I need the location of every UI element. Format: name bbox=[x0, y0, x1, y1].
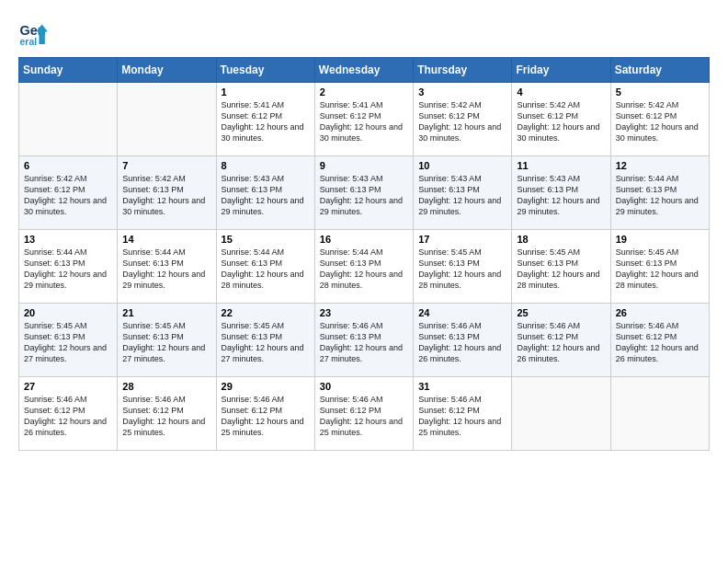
day-number: 8 bbox=[222, 160, 310, 171]
day-number: 1 bbox=[222, 86, 310, 98]
calendar-cell: 6Sunrise: 5:42 AM Sunset: 6:12 PM Daylig… bbox=[19, 156, 118, 230]
day-number: 14 bbox=[122, 234, 210, 245]
calendar-cell: 17Sunrise: 5:45 AM Sunset: 6:13 PM Dayli… bbox=[414, 230, 512, 304]
day-number: 2 bbox=[320, 86, 408, 98]
calendar-cell: 31Sunrise: 5:46 AM Sunset: 6:12 PM Dayli… bbox=[414, 377, 512, 451]
calendar-cell: 1Sunrise: 5:41 AM Sunset: 6:12 PM Daylig… bbox=[216, 83, 314, 156]
calendar-week-row: 6Sunrise: 5:42 AM Sunset: 6:12 PM Daylig… bbox=[19, 156, 710, 230]
day-info: Sunrise: 5:41 AM Sunset: 6:12 PM Dayligh… bbox=[222, 99, 310, 144]
day-info: Sunrise: 5:44 AM Sunset: 6:13 PM Dayligh… bbox=[24, 247, 112, 292]
day-number: 7 bbox=[122, 160, 210, 171]
calendar-cell: 9Sunrise: 5:43 AM Sunset: 6:13 PM Daylig… bbox=[314, 156, 413, 230]
calendar-cell bbox=[118, 83, 216, 156]
calendar-cell: 3Sunrise: 5:42 AM Sunset: 6:12 PM Daylig… bbox=[414, 83, 512, 156]
day-number: 6 bbox=[24, 160, 112, 171]
calendar-cell: 27Sunrise: 5:46 AM Sunset: 6:12 PM Dayli… bbox=[19, 377, 118, 451]
day-info: Sunrise: 5:46 AM Sunset: 6:12 PM Dayligh… bbox=[517, 320, 605, 365]
day-number: 20 bbox=[24, 307, 112, 318]
calendar-cell: 25Sunrise: 5:46 AM Sunset: 6:12 PM Dayli… bbox=[512, 304, 610, 377]
day-info: Sunrise: 5:43 AM Sunset: 6:13 PM Dayligh… bbox=[418, 173, 506, 218]
day-number: 29 bbox=[222, 381, 310, 392]
day-info: Sunrise: 5:44 AM Sunset: 6:13 PM Dayligh… bbox=[320, 247, 408, 292]
day-info: Sunrise: 5:42 AM Sunset: 6:12 PM Dayligh… bbox=[24, 173, 112, 218]
calendar-cell: 29Sunrise: 5:46 AM Sunset: 6:12 PM Dayli… bbox=[216, 377, 314, 451]
logo-icon: Gen eral bbox=[18, 18, 48, 48]
day-info: Sunrise: 5:42 AM Sunset: 6:12 PM Dayligh… bbox=[517, 99, 605, 144]
weekday-header-monday: Monday bbox=[118, 58, 216, 83]
day-info: Sunrise: 5:44 AM Sunset: 6:13 PM Dayligh… bbox=[222, 247, 310, 292]
logo: Gen eral bbox=[18, 18, 51, 48]
day-info: Sunrise: 5:43 AM Sunset: 6:13 PM Dayligh… bbox=[222, 173, 310, 218]
calendar-cell: 12Sunrise: 5:44 AM Sunset: 6:13 PM Dayli… bbox=[610, 156, 709, 230]
calendar-cell: 20Sunrise: 5:45 AM Sunset: 6:13 PM Dayli… bbox=[19, 304, 118, 377]
calendar-cell: 2Sunrise: 5:41 AM Sunset: 6:12 PM Daylig… bbox=[314, 83, 413, 156]
calendar-cell bbox=[610, 377, 709, 451]
svg-text:eral: eral bbox=[20, 37, 38, 47]
page-header: Gen eral bbox=[18, 18, 710, 48]
calendar-cell: 11Sunrise: 5:43 AM Sunset: 6:13 PM Dayli… bbox=[512, 156, 610, 230]
day-info: Sunrise: 5:41 AM Sunset: 6:12 PM Dayligh… bbox=[320, 99, 408, 144]
day-info: Sunrise: 5:46 AM Sunset: 6:12 PM Dayligh… bbox=[616, 320, 704, 365]
calendar-cell: 24Sunrise: 5:46 AM Sunset: 6:13 PM Dayli… bbox=[414, 304, 512, 377]
calendar-table: SundayMondayTuesdayWednesdayThursdayFrid… bbox=[18, 57, 710, 451]
calendar-cell: 26Sunrise: 5:46 AM Sunset: 6:12 PM Dayli… bbox=[610, 304, 709, 377]
day-number: 25 bbox=[517, 307, 605, 318]
day-number: 17 bbox=[418, 234, 506, 245]
day-info: Sunrise: 5:42 AM Sunset: 6:13 PM Dayligh… bbox=[122, 173, 210, 218]
calendar-cell: 21Sunrise: 5:45 AM Sunset: 6:13 PM Dayli… bbox=[118, 304, 216, 377]
weekday-header-friday: Friday bbox=[512, 58, 610, 83]
day-info: Sunrise: 5:45 AM Sunset: 6:13 PM Dayligh… bbox=[616, 247, 704, 292]
weekday-header-wednesday: Wednesday bbox=[314, 58, 413, 83]
day-number: 22 bbox=[222, 307, 310, 318]
day-number: 5 bbox=[616, 86, 704, 98]
day-info: Sunrise: 5:44 AM Sunset: 6:13 PM Dayligh… bbox=[616, 173, 704, 218]
day-number: 10 bbox=[418, 160, 506, 171]
weekday-header-sunday: Sunday bbox=[19, 58, 118, 83]
calendar-cell: 13Sunrise: 5:44 AM Sunset: 6:13 PM Dayli… bbox=[19, 230, 118, 304]
day-number: 18 bbox=[517, 234, 605, 245]
day-number: 11 bbox=[517, 160, 605, 171]
weekday-header-thursday: Thursday bbox=[414, 58, 512, 83]
day-info: Sunrise: 5:45 AM Sunset: 6:13 PM Dayligh… bbox=[222, 320, 310, 365]
calendar-cell: 23Sunrise: 5:46 AM Sunset: 6:13 PM Dayli… bbox=[314, 304, 413, 377]
calendar-cell: 28Sunrise: 5:46 AM Sunset: 6:12 PM Dayli… bbox=[118, 377, 216, 451]
calendar-cell: 10Sunrise: 5:43 AM Sunset: 6:13 PM Dayli… bbox=[414, 156, 512, 230]
calendar-week-row: 13Sunrise: 5:44 AM Sunset: 6:13 PM Dayli… bbox=[19, 230, 710, 304]
weekday-header-saturday: Saturday bbox=[610, 58, 709, 83]
day-number: 9 bbox=[320, 160, 408, 171]
day-number: 12 bbox=[616, 160, 704, 171]
day-number: 19 bbox=[616, 234, 704, 245]
day-info: Sunrise: 5:43 AM Sunset: 6:13 PM Dayligh… bbox=[517, 173, 605, 218]
calendar-week-row: 20Sunrise: 5:45 AM Sunset: 6:13 PM Dayli… bbox=[19, 304, 710, 377]
calendar-cell: 15Sunrise: 5:44 AM Sunset: 6:13 PM Dayli… bbox=[216, 230, 314, 304]
day-info: Sunrise: 5:42 AM Sunset: 6:12 PM Dayligh… bbox=[418, 99, 506, 144]
calendar-cell: 5Sunrise: 5:42 AM Sunset: 6:12 PM Daylig… bbox=[610, 83, 709, 156]
day-info: Sunrise: 5:45 AM Sunset: 6:13 PM Dayligh… bbox=[24, 320, 112, 365]
day-number: 23 bbox=[320, 307, 408, 318]
calendar-cell bbox=[19, 83, 118, 156]
calendar-week-row: 1Sunrise: 5:41 AM Sunset: 6:12 PM Daylig… bbox=[19, 83, 710, 156]
day-number: 15 bbox=[222, 234, 310, 245]
day-number: 24 bbox=[418, 307, 506, 318]
day-number: 31 bbox=[418, 381, 506, 392]
calendar-cell: 14Sunrise: 5:44 AM Sunset: 6:13 PM Dayli… bbox=[118, 230, 216, 304]
day-info: Sunrise: 5:46 AM Sunset: 6:12 PM Dayligh… bbox=[24, 394, 112, 439]
calendar-cell: 22Sunrise: 5:45 AM Sunset: 6:13 PM Dayli… bbox=[216, 304, 314, 377]
day-info: Sunrise: 5:46 AM Sunset: 6:13 PM Dayligh… bbox=[418, 320, 506, 365]
calendar-week-row: 27Sunrise: 5:46 AM Sunset: 6:12 PM Dayli… bbox=[19, 377, 710, 451]
calendar-cell bbox=[512, 377, 610, 451]
day-info: Sunrise: 5:46 AM Sunset: 6:12 PM Dayligh… bbox=[418, 394, 506, 439]
calendar-cell: 19Sunrise: 5:45 AM Sunset: 6:13 PM Dayli… bbox=[610, 230, 709, 304]
calendar-cell: 7Sunrise: 5:42 AM Sunset: 6:13 PM Daylig… bbox=[118, 156, 216, 230]
day-info: Sunrise: 5:46 AM Sunset: 6:12 PM Dayligh… bbox=[122, 394, 210, 439]
calendar-cell: 4Sunrise: 5:42 AM Sunset: 6:12 PM Daylig… bbox=[512, 83, 610, 156]
calendar-cell: 18Sunrise: 5:45 AM Sunset: 6:13 PM Dayli… bbox=[512, 230, 610, 304]
weekday-header-tuesday: Tuesday bbox=[216, 58, 314, 83]
day-number: 27 bbox=[24, 381, 112, 392]
day-info: Sunrise: 5:45 AM Sunset: 6:13 PM Dayligh… bbox=[418, 247, 506, 292]
day-number: 21 bbox=[122, 307, 210, 318]
calendar-cell: 16Sunrise: 5:44 AM Sunset: 6:13 PM Dayli… bbox=[314, 230, 413, 304]
day-number: 26 bbox=[616, 307, 704, 318]
day-info: Sunrise: 5:46 AM Sunset: 6:13 PM Dayligh… bbox=[320, 320, 408, 365]
day-number: 4 bbox=[517, 86, 605, 98]
